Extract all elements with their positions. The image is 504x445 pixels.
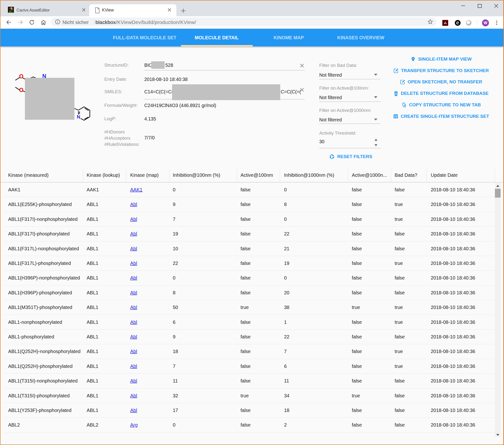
svg-text:O: O — [19, 73, 23, 79]
svg-text:N: N — [77, 114, 80, 119]
svg-text:O: O — [19, 87, 23, 93]
